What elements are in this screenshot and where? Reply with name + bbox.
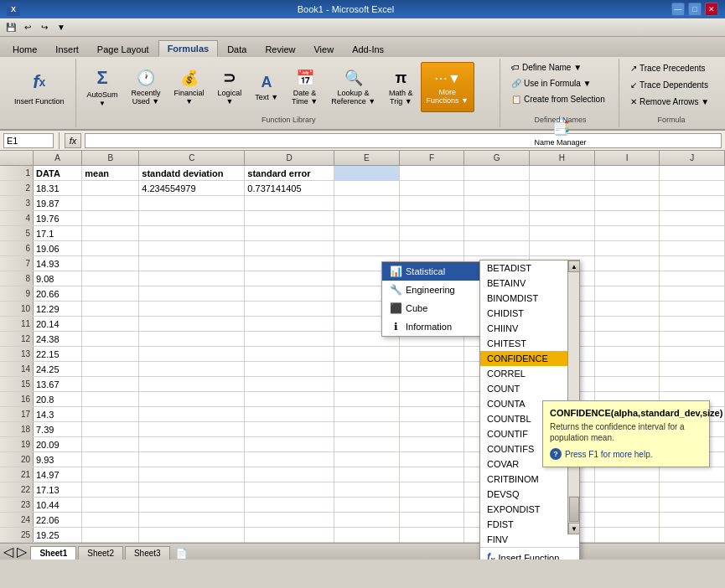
tab-formulas[interactable]: Formulas	[158, 40, 219, 57]
cell-f13[interactable]	[400, 347, 465, 361]
cell-e2[interactable]	[334, 181, 400, 195]
qa-redo-button[interactable]: ↪	[37, 20, 52, 35]
cell-c8[interactable]	[139, 271, 245, 286]
tab-page-layout[interactable]: Page Layout	[88, 41, 158, 57]
sheet-tab-1[interactable]: Sheet1	[30, 546, 76, 560]
stat-item-expondist[interactable]: EXPONDIST	[480, 502, 579, 517]
qa-dropdown-button[interactable]: ▼	[54, 20, 69, 35]
cell-a16[interactable]: 20.8	[34, 392, 82, 406]
cell-d22[interactable]	[245, 482, 334, 497]
autosum-button[interactable]: Σ AutoSum▼	[81, 62, 124, 112]
stat-item-chidist[interactable]: CHIDIST	[480, 306, 579, 321]
cell-a17[interactable]: 14.3	[34, 407, 82, 421]
cell-c15[interactable]	[139, 377, 245, 391]
cell-d8[interactable]	[245, 271, 334, 286]
tab-add-ins[interactable]: Add-Ins	[343, 41, 393, 57]
trace-dependents-button[interactable]: ↙ Trace Dependents	[626, 77, 717, 92]
cell-a1[interactable]: DATA	[34, 166, 82, 180]
use-in-formula-button[interactable]: 🔗 Use in Formula ▼	[507, 76, 614, 90]
cell-i11[interactable]	[595, 317, 660, 331]
cell-d4[interactable]	[245, 211, 334, 225]
cell-i14[interactable]	[595, 362, 660, 376]
cell-a18[interactable]: 7.39	[34, 422, 82, 436]
cell-j1[interactable]	[660, 166, 725, 180]
cell-b16[interactable]	[82, 392, 139, 406]
cell-f4[interactable]	[400, 211, 465, 225]
cell-d25[interactable]	[245, 528, 334, 542]
cell-c20[interactable]	[139, 452, 245, 467]
cell-d20[interactable]	[245, 452, 334, 467]
stat-item-fdist[interactable]: FDIST	[480, 517, 579, 532]
cell-b4[interactable]	[82, 211, 139, 225]
cell-e3[interactable]	[334, 196, 400, 210]
cell-a11[interactable]: 20.14	[34, 317, 82, 331]
cell-a13[interactable]: 22.15	[34, 347, 82, 361]
cell-j22[interactable]	[660, 482, 725, 497]
col-header-f[interactable]: F	[400, 151, 465, 165]
cell-a24[interactable]: 22.06	[34, 513, 82, 527]
stat-item-devsq[interactable]: DEVSQ	[480, 487, 579, 502]
cell-e21[interactable]	[334, 467, 400, 482]
sheet-tab-2[interactable]: Sheet2	[78, 546, 123, 560]
cell-g1[interactable]	[464, 166, 530, 180]
col-header-a[interactable]: A	[34, 151, 82, 165]
cell-b8[interactable]	[82, 271, 139, 286]
tab-insert[interactable]: Insert	[46, 41, 88, 57]
cell-h2[interactable]	[530, 181, 595, 195]
cell-c3[interactable]	[139, 196, 245, 210]
stat-item-critbinom[interactable]: CRITBINOM	[480, 472, 579, 487]
cell-d18[interactable]	[245, 422, 334, 436]
cell-a3[interactable]: 19.87	[34, 196, 82, 210]
col-header-j[interactable]: J	[660, 151, 725, 165]
cell-i21[interactable]	[595, 467, 660, 482]
cell-i10[interactable]	[595, 302, 660, 316]
cell-j11[interactable]	[660, 317, 725, 331]
financial-button[interactable]: 💰 Financial▼	[168, 62, 210, 112]
tab-view[interactable]: View	[304, 41, 343, 57]
math-trig-button[interactable]: π Math &Trig ▼	[383, 62, 419, 112]
cell-a9[interactable]: 20.66	[34, 286, 82, 301]
cell-h6[interactable]	[530, 241, 595, 255]
cell-f15[interactable]	[400, 377, 465, 391]
lookup-reference-button[interactable]: 🔍 Lookup &Reference ▼	[325, 62, 381, 112]
cell-j7[interactable]	[660, 256, 725, 271]
cell-b18[interactable]	[82, 422, 139, 436]
cell-a21[interactable]: 14.97	[34, 467, 82, 482]
cell-c1[interactable]: standatd deviation	[139, 166, 245, 180]
cell-h5[interactable]	[530, 226, 595, 240]
cell-d14[interactable]	[245, 362, 334, 376]
tab-data[interactable]: Data	[218, 41, 256, 57]
cell-e22[interactable]	[334, 482, 400, 497]
cell-g2[interactable]	[464, 181, 530, 195]
cell-a5[interactable]: 17.1	[34, 226, 82, 240]
cell-f18[interactable]	[400, 422, 465, 436]
cell-c4[interactable]	[139, 211, 245, 225]
cell-d24[interactable]	[245, 513, 334, 527]
scroll-up-arrow[interactable]: ▲	[568, 260, 580, 272]
col-header-h[interactable]: H	[530, 151, 595, 165]
cell-j8[interactable]	[660, 271, 725, 286]
cell-d10[interactable]	[245, 302, 334, 316]
cell-d7[interactable]	[245, 256, 334, 271]
cell-b25[interactable]	[82, 528, 139, 542]
cell-i23[interactable]	[595, 498, 660, 512]
stat-item-confidence[interactable]: CONFIDENCE	[480, 351, 579, 366]
cell-a2[interactable]: 18.31	[34, 181, 82, 195]
qa-save-button[interactable]: 💾	[3, 20, 18, 35]
cell-f17[interactable]	[400, 407, 465, 421]
cell-a12[interactable]: 24.38	[34, 332, 82, 346]
cell-b19[interactable]	[82, 437, 139, 451]
cell-a22[interactable]: 17.13	[34, 482, 82, 497]
cell-b24[interactable]	[82, 513, 139, 527]
cell-a15[interactable]: 13.67	[34, 377, 82, 391]
cell-c9[interactable]	[139, 286, 245, 301]
cell-b1[interactable]: mean	[82, 166, 139, 180]
fx-button[interactable]: fx	[65, 133, 81, 148]
formula-input[interactable]	[85, 133, 722, 148]
qa-undo-button[interactable]: ↩	[20, 20, 35, 35]
cell-i12[interactable]	[595, 332, 660, 346]
maximize-button[interactable]: □	[688, 3, 702, 16]
cell-e17[interactable]	[334, 407, 400, 421]
cell-c11[interactable]	[139, 317, 245, 331]
remove-arrows-button[interactable]: ✕ Remove Arrows ▼	[626, 94, 717, 109]
